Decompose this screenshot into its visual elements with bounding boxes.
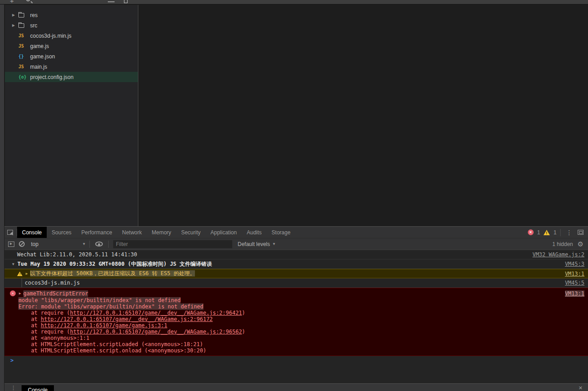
console-log-area: Wechat Lib:2.11.0, 2020.5.11 14:41:30 VM… bbox=[4, 250, 588, 383]
file-tree-panel: ▶ res ▶ src JS cocos3d-js.min.js JS game… bbox=[5, 5, 138, 227]
more-options-icon[interactable]: ⋮ bbox=[564, 229, 574, 236]
settings-gear-icon[interactable]: ⚙ bbox=[578, 240, 584, 248]
tab-memory[interactable]: Memory bbox=[147, 227, 176, 238]
stack-link[interactable]: http://127.0.0.1:65107/game/__dev__/WAGa… bbox=[41, 316, 213, 322]
source-link[interactable]: VM45:5 bbox=[565, 280, 584, 286]
console-error-message: ▶ gameThirdScriptError VM13:1 module "li… bbox=[4, 288, 588, 356]
warning-count-icon[interactable] bbox=[544, 230, 550, 235]
stack-frame: at HTMLScriptElement.script.onload (<ano… bbox=[4, 347, 584, 354]
drawer-more-options-icon[interactable]: ⋮ bbox=[9, 385, 18, 391]
js-file-icon: JS bbox=[18, 44, 24, 48]
separator bbox=[108, 241, 109, 248]
drawer-close-icon[interactable]: ✕ bbox=[579, 385, 583, 391]
error-title: gameThirdScriptError bbox=[23, 290, 88, 297]
devtools-tab-bar: Console Sources Performance Network Memo… bbox=[4, 227, 588, 238]
tree-item-label: game.js bbox=[30, 43, 49, 49]
stack-frame: at require (http://127.0.0.1:65107/game/… bbox=[4, 329, 584, 335]
source-link[interactable]: VM45:3 bbox=[565, 261, 584, 267]
tree-item-main-js[interactable]: JS main.js bbox=[5, 62, 138, 72]
tree-item-project-config[interactable]: {o} project.config.json bbox=[5, 72, 138, 82]
source-link[interactable]: VM32 WAGame.js:2 bbox=[532, 251, 584, 258]
chevron-down-icon: ▼ bbox=[82, 242, 89, 246]
minimize-icon[interactable] bbox=[108, 1, 115, 2]
tab-application[interactable]: Application bbox=[205, 227, 242, 238]
folder-icon bbox=[18, 13, 24, 18]
chevron-right-icon[interactable]: ▶ bbox=[12, 23, 17, 27]
tree-item-game-json[interactable]: {} game.json bbox=[5, 51, 138, 62]
inspect-element-icon[interactable] bbox=[7, 230, 13, 235]
tree-item-label: project.config.json bbox=[30, 74, 74, 80]
console-prompt[interactable]: > bbox=[4, 356, 588, 365]
console-message: cocos3d-js.min.js VM45:5 bbox=[4, 278, 588, 288]
filter-input[interactable] bbox=[113, 240, 232, 248]
console-group-message: ▼ Tue May 19 2020 09:33:32 GMT+0800 (中国标… bbox=[4, 259, 588, 269]
tab-network[interactable]: Network bbox=[117, 227, 147, 238]
warning-icon bbox=[17, 271, 22, 276]
source-link[interactable]: VM13:1 bbox=[565, 290, 584, 297]
tab-console[interactable]: Console bbox=[17, 227, 47, 238]
window-left-edge bbox=[0, 0, 4, 391]
drawer-bar: ⋮ Console ✕ bbox=[4, 383, 588, 391]
tab-storage[interactable]: Storage bbox=[267, 227, 296, 238]
tree-item-label: src bbox=[30, 22, 37, 29]
tab-sources[interactable]: Sources bbox=[47, 227, 76, 238]
search-icon[interactable] bbox=[26, 0, 30, 1]
tab-security[interactable]: Security bbox=[176, 227, 205, 238]
devtools-panel: Console Sources Performance Network Memo… bbox=[4, 226, 588, 391]
chevron-right-icon[interactable]: ▶ bbox=[26, 272, 28, 276]
window-toolbar: + bbox=[0, 0, 588, 4]
levels-label: Default levels bbox=[238, 241, 270, 247]
prompt-chevron-icon: > bbox=[10, 357, 13, 364]
error-text: module "libs/wrapper/builtin/index" is n… bbox=[18, 297, 181, 303]
stack-frame: at require (http://127.0.0.1:65107/game/… bbox=[4, 310, 584, 316]
error-text: Error: module "libs/wrapper/builtin/inde… bbox=[18, 303, 203, 310]
folder-icon bbox=[18, 23, 24, 28]
stack-link[interactable]: http://127.0.0.1:65107/game/game.js:3:1 bbox=[41, 322, 168, 329]
source-link[interactable]: VM13:1 bbox=[565, 271, 584, 277]
error-count-icon[interactable] bbox=[528, 229, 534, 235]
log-levels-select[interactable]: Default levels ▼ bbox=[238, 241, 276, 247]
drawer-tab-console[interactable]: Console bbox=[22, 385, 54, 391]
tree-item-game-js[interactable]: JS game.js bbox=[5, 41, 138, 51]
tree-item-res[interactable]: ▶ res bbox=[5, 10, 138, 20]
tree-item-cocos3d-js[interactable]: JS cocos3d-js.min.js bbox=[5, 31, 138, 41]
message-text: cocos3d-js.min.js bbox=[25, 280, 80, 286]
live-expression-eye-icon[interactable] bbox=[95, 242, 103, 246]
tree-item-label: game.json bbox=[30, 53, 55, 60]
restore-window-icon[interactable] bbox=[124, 0, 128, 3]
console-message: Wechat Lib:2.11.0, 2020.5.11 14:41:30 VM… bbox=[4, 250, 588, 259]
message-text: Tue May 19 2020 09:33:32 GMT+0800 (中国标准时… bbox=[18, 260, 212, 268]
message-text: Wechat Lib:2.11.0, 2020.5.11 14:41:30 bbox=[17, 251, 137, 258]
group-indent-guide bbox=[22, 278, 22, 287]
console-warning-message: ▶ 以下文件体积超过 500KB，已跳过压缩以及 ES6 转 ES5 的处理。 … bbox=[4, 269, 588, 278]
hidden-messages-count: 1 hidden bbox=[553, 241, 573, 247]
stack-link[interactable]: http://127.0.0.1:65107/game/__dev__/WAGa… bbox=[70, 329, 242, 335]
tab-audits[interactable]: Audits bbox=[242, 227, 266, 238]
separator bbox=[560, 229, 561, 236]
stack-frame: at http://127.0.0.1:65107/game/game.js:3… bbox=[4, 322, 584, 329]
clear-console-icon[interactable] bbox=[19, 241, 25, 247]
chevron-down-icon[interactable]: ▼ bbox=[12, 262, 14, 266]
editor-empty-area bbox=[138, 5, 588, 227]
tab-performance[interactable]: Performance bbox=[76, 227, 117, 238]
context-label: top bbox=[31, 241, 39, 247]
chevron-down-icon: ▼ bbox=[272, 242, 276, 246]
tree-item-src[interactable]: ▶ src bbox=[5, 20, 138, 31]
config-file-icon: {o} bbox=[18, 75, 27, 79]
chevron-right-icon[interactable]: ▶ bbox=[19, 291, 21, 295]
error-icon bbox=[10, 290, 16, 296]
message-text: 以下文件体积超过 500KB，已跳过压缩以及 ES6 转 ES5 的处理。 bbox=[30, 270, 195, 277]
stack-frame: at http://127.0.0.1:65107/game/__dev__/W… bbox=[4, 316, 584, 322]
stack-link[interactable]: http://127.0.0.1:65107/game/__dev__/WAGa… bbox=[70, 310, 242, 316]
tree-item-label: main.js bbox=[30, 64, 47, 70]
execution-context-select[interactable]: top ▼ bbox=[31, 241, 89, 247]
js-file-icon: JS bbox=[18, 33, 24, 38]
json-file-icon: {} bbox=[18, 54, 24, 59]
error-count: 1 bbox=[537, 229, 540, 236]
tree-item-label: cocos3d-js.min.js bbox=[30, 33, 71, 39]
dock-side-icon[interactable] bbox=[578, 230, 584, 235]
separator bbox=[89, 241, 90, 248]
add-icon[interactable]: + bbox=[10, 0, 14, 4]
chevron-right-icon[interactable]: ▶ bbox=[12, 13, 17, 17]
console-sidebar-toggle-icon[interactable] bbox=[8, 242, 14, 247]
